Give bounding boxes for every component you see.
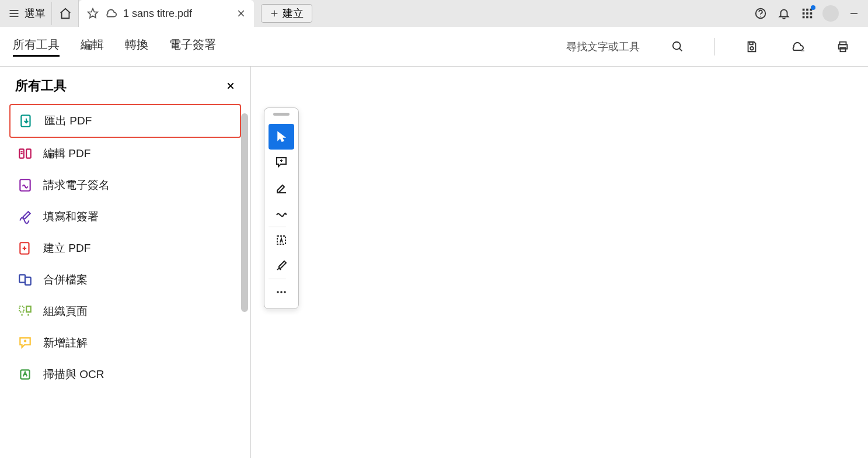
more-tools-button[interactable] bbox=[269, 279, 294, 305]
tool-item-request-sign[interactable]: 請求電子簽名 bbox=[9, 169, 241, 201]
quick-toolbar bbox=[264, 107, 299, 309]
svg-rect-10 bbox=[803, 9, 805, 11]
notification-dot-icon bbox=[811, 5, 815, 10]
fill-sign-tool-button[interactable] bbox=[269, 253, 294, 279]
close-tab-button[interactable] bbox=[236, 9, 246, 18]
apps-button[interactable] bbox=[796, 2, 819, 25]
titlebar: 選單 1 sans titre.pdf 建立 bbox=[0, 0, 868, 27]
svg-rect-14 bbox=[806, 12, 808, 15]
tool-item-edit-pdf[interactable]: 編輯 PDF bbox=[9, 138, 241, 169]
save-button[interactable] bbox=[740, 34, 764, 59]
toolbar-tab-2[interactable]: 轉換 bbox=[125, 37, 148, 57]
menu-button[interactable]: 選單 bbox=[2, 2, 52, 25]
scrollbar[interactable] bbox=[241, 113, 248, 312]
svg-rect-11 bbox=[806, 9, 808, 11]
svg-point-24 bbox=[801, 50, 802, 51]
svg-rect-22 bbox=[750, 41, 753, 44]
svg-rect-17 bbox=[806, 16, 808, 19]
star-icon[interactable] bbox=[87, 8, 99, 19]
find-label: 尋找文字或工具 bbox=[566, 40, 640, 54]
hamburger-icon bbox=[8, 8, 20, 19]
bell-icon bbox=[778, 7, 790, 20]
add-comment-tool-button[interactable] bbox=[269, 150, 294, 175]
svg-point-25 bbox=[802, 50, 803, 51]
tool-item-scan-ocr[interactable]: 掃描與 OCR bbox=[9, 359, 241, 390]
cloud-button[interactable] bbox=[785, 34, 810, 59]
edit-pdf-icon bbox=[18, 146, 33, 161]
tab-title: 1 sans titre.pdf bbox=[123, 8, 231, 20]
svg-rect-41 bbox=[19, 275, 25, 282]
svg-rect-42 bbox=[25, 277, 31, 285]
main-toolbar: 所有工具編輯轉換電子簽署 尋找文字或工具 bbox=[0, 27, 868, 67]
tool-item-comment[interactable]: 新增註解 bbox=[9, 327, 241, 359]
svg-point-9 bbox=[760, 16, 761, 16]
cloud-icon bbox=[104, 7, 117, 20]
svg-point-53 bbox=[280, 291, 283, 293]
separator bbox=[714, 38, 715, 55]
svg-line-21 bbox=[679, 48, 682, 51]
text-select-tool-button[interactable] bbox=[269, 227, 294, 253]
svg-point-20 bbox=[673, 41, 681, 49]
search-icon bbox=[671, 40, 684, 53]
scan-ocr-icon bbox=[18, 367, 33, 382]
tool-item-organize[interactable]: 組織頁面 bbox=[9, 296, 241, 327]
svg-rect-15 bbox=[810, 12, 813, 15]
home-button[interactable] bbox=[52, 0, 79, 27]
fill-sign-icon bbox=[18, 209, 33, 224]
close-panel-button[interactable] bbox=[226, 81, 235, 91]
add-comment-tool-icon bbox=[274, 155, 288, 169]
highlight-tool-button[interactable] bbox=[269, 175, 294, 201]
toolbar-tab-0[interactable]: 所有工具 bbox=[13, 37, 60, 57]
tool-item-label: 匯出 PDF bbox=[44, 113, 92, 129]
document-tab[interactable]: 1 sans titre.pdf bbox=[79, 0, 254, 27]
create-button[interactable]: 建立 bbox=[261, 4, 312, 23]
panel-title: 所有工具 bbox=[15, 77, 226, 95]
drag-handle[interactable] bbox=[273, 113, 290, 116]
search-button[interactable] bbox=[665, 34, 690, 59]
combine-icon bbox=[18, 272, 33, 287]
select-tool-button[interactable] bbox=[269, 124, 294, 150]
tool-item-export-pdf[interactable]: 匯出 PDF bbox=[9, 104, 241, 138]
tool-item-fill-sign[interactable]: 填寫和簽署 bbox=[9, 201, 241, 233]
minimize-button[interactable] bbox=[842, 2, 866, 25]
document-area bbox=[251, 67, 868, 458]
svg-rect-44 bbox=[26, 306, 31, 312]
create-label: 建立 bbox=[283, 6, 304, 20]
svg-rect-16 bbox=[803, 16, 805, 19]
help-button[interactable] bbox=[749, 2, 772, 25]
tool-item-label: 建立 PDF bbox=[43, 241, 90, 256]
tool-item-combine[interactable]: 合併檔案 bbox=[9, 264, 241, 296]
avatar bbox=[822, 5, 839, 22]
svg-rect-32 bbox=[21, 115, 30, 127]
svg-rect-13 bbox=[803, 12, 805, 15]
select-tool-icon bbox=[274, 130, 288, 144]
print-button[interactable] bbox=[831, 34, 855, 59]
svg-point-54 bbox=[284, 291, 286, 293]
tool-item-label: 組織頁面 bbox=[43, 304, 88, 319]
export-pdf-icon bbox=[19, 113, 34, 129]
toolbar-tab-3[interactable]: 電子簽署 bbox=[169, 37, 216, 57]
request-sign-icon bbox=[18, 178, 33, 193]
tool-item-label: 掃描與 OCR bbox=[43, 367, 104, 382]
toolbar-tab-1[interactable]: 編輯 bbox=[81, 37, 104, 57]
draw-tool-button[interactable] bbox=[269, 201, 294, 227]
svg-marker-3 bbox=[88, 9, 98, 18]
create-pdf-icon bbox=[18, 241, 33, 256]
tool-item-label: 請求電子簽名 bbox=[43, 178, 110, 193]
save-icon bbox=[745, 40, 758, 53]
tool-item-create-pdf[interactable]: 建立 PDF bbox=[9, 233, 241, 264]
print-icon bbox=[836, 40, 849, 53]
text-select-tool-icon bbox=[274, 233, 288, 247]
minimize-icon bbox=[849, 8, 859, 19]
tool-item-label: 新增註解 bbox=[43, 335, 88, 351]
menu-label: 選單 bbox=[25, 6, 46, 20]
profile-button[interactable] bbox=[819, 2, 842, 25]
svg-point-26 bbox=[803, 50, 804, 51]
svg-rect-18 bbox=[810, 16, 813, 19]
tool-item-label: 編輯 PDF bbox=[43, 146, 90, 161]
draw-tool-icon bbox=[274, 207, 288, 221]
svg-rect-43 bbox=[19, 306, 24, 312]
tool-item-label: 合併檔案 bbox=[43, 272, 88, 287]
highlight-tool-icon bbox=[274, 181, 288, 195]
notifications-button[interactable] bbox=[772, 2, 796, 25]
